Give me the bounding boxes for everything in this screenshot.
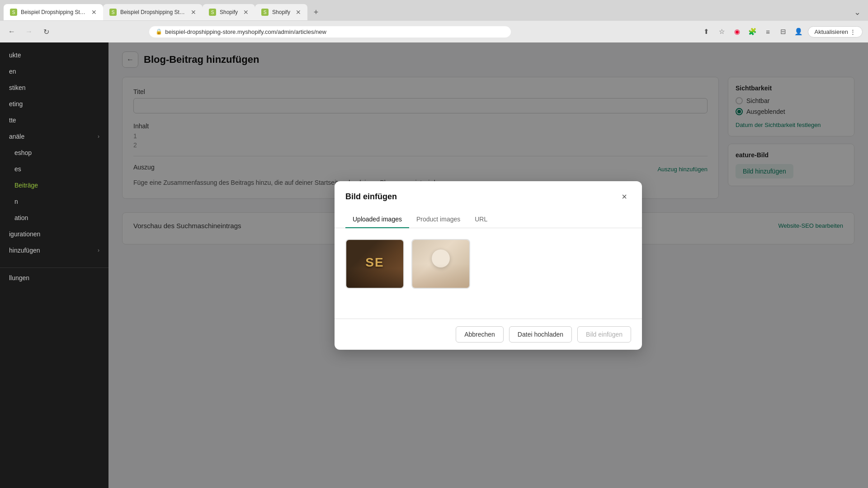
upload-button[interactable]: Datei hochladen bbox=[509, 326, 572, 343]
tab-close-1[interactable]: ✕ bbox=[91, 9, 97, 16]
tab-favicon-2: S bbox=[109, 9, 117, 16]
address-text: beispiel-dropshipping-store.myshopify.co… bbox=[165, 28, 326, 35]
main-content: ← Blog-Beitrag hinzufügen Titel Inhalt 1… bbox=[108, 42, 868, 488]
sidebar-label-kanaele: anäle bbox=[9, 133, 24, 140]
sidebar-item-marketing[interactable]: eting bbox=[0, 96, 108, 112]
sidebar-label-onlineshop: eshop bbox=[14, 149, 32, 156]
browser-chrome: S Beispiel Dropshipping Store · E... ✕ S… bbox=[0, 0, 868, 42]
nav-back-button[interactable]: ← bbox=[5, 25, 18, 38]
modal-overlay[interactable]: Bild einfügen × Uploaded images Product … bbox=[108, 42, 868, 488]
chevron-down-icon: › bbox=[98, 133, 99, 140]
new-tab-button[interactable]: + bbox=[309, 5, 323, 19]
tab-close-2[interactable]: ✕ bbox=[191, 9, 196, 16]
modal-tab-product[interactable]: Product images bbox=[409, 211, 467, 228]
sidebar-label-statistiken: stiken bbox=[9, 84, 26, 91]
modal-close-button[interactable]: × bbox=[618, 190, 631, 204]
browser-tabs-bar: S Beispiel Dropshipping Store · E... ✕ S… bbox=[0, 0, 868, 21]
sidebar-label-rabatte: tte bbox=[9, 117, 16, 124]
tab-3[interactable]: S Shopify ✕ bbox=[203, 4, 255, 20]
tab-close-3[interactable]: ✕ bbox=[243, 9, 249, 16]
sidebar-item-navigation[interactable]: n bbox=[0, 193, 108, 210]
tab-close-4[interactable]: ✕ bbox=[296, 9, 301, 16]
sidebar-label-einstellungen: llungen bbox=[9, 274, 29, 282]
modal-tab-uploaded-label: Uploaded images bbox=[353, 216, 402, 223]
sidebar-item-statistiken[interactable]: stiken bbox=[0, 80, 108, 96]
menu-icon[interactable]: ≡ bbox=[762, 25, 774, 38]
tab-label-2: Beispiel Dropshipping Store bbox=[120, 9, 185, 15]
sidebar-item-konfigurationen[interactable]: igurationen bbox=[0, 226, 108, 242]
sidebar-item-praeferenzen[interactable]: ation bbox=[0, 210, 108, 226]
tab-2[interactable]: S Beispiel Dropshipping Store ✕ bbox=[103, 4, 203, 20]
bookmark-icon[interactable]: ☆ bbox=[716, 25, 728, 38]
sidebar-item-bestellungen[interactable]: en bbox=[0, 63, 108, 80]
nav-forward-button[interactable]: → bbox=[23, 25, 35, 38]
insert-button[interactable]: Bild einfügen bbox=[577, 326, 631, 343]
browser-actions: ⬆ ☆ ◉ 🧩 ≡ ⊟ 👤 Aktualisieren ⋮ bbox=[700, 25, 863, 38]
image-thumb-2[interactable] bbox=[411, 239, 470, 289]
tab-favicon-1: S bbox=[10, 9, 17, 16]
sidebar-item-seiten[interactable]: es bbox=[0, 161, 108, 177]
tab-label-4: Shopify bbox=[272, 9, 290, 15]
sidebar-item-beitraege[interactable]: Beiträge bbox=[0, 177, 108, 193]
modal-header: Bild einfügen × bbox=[335, 181, 642, 204]
image-1 bbox=[346, 240, 403, 288]
sidebar-label-marketing: eting bbox=[9, 100, 23, 108]
tab-label-1: Beispiel Dropshipping Store · E... bbox=[21, 9, 86, 15]
split-icon[interactable]: ⊟ bbox=[777, 25, 790, 38]
nav-refresh-button[interactable]: ↻ bbox=[40, 25, 52, 38]
aktualisieren-button[interactable]: Aktualisieren ⋮ bbox=[808, 26, 863, 38]
aktualisieren-dots: ⋮ bbox=[850, 28, 856, 35]
image-2 bbox=[412, 240, 469, 288]
sidebar: ukte en stiken eting tte anäle › eshop e… bbox=[0, 42, 108, 488]
sidebar-einstellungen[interactable]: llungen bbox=[0, 267, 108, 286]
tab-favicon-4: S bbox=[261, 9, 269, 16]
address-bar-row: ← → ↻ 🔒 beispiel-dropshipping-store.mysh… bbox=[0, 21, 868, 42]
modal-title: Bild einfügen bbox=[345, 192, 397, 202]
sidebar-label-seiten: es bbox=[14, 165, 21, 173]
sidebar-label-hinzufuegen: hinzufügen bbox=[9, 247, 40, 254]
tab-favicon-3: S bbox=[209, 9, 216, 16]
modal-tab-product-label: Product images bbox=[416, 216, 460, 223]
share-icon[interactable]: ⬆ bbox=[700, 25, 713, 38]
tab-1[interactable]: S Beispiel Dropshipping Store · E... ✕ bbox=[4, 4, 103, 20]
chevron-right-icon: › bbox=[98, 247, 99, 253]
sidebar-label-beitraege: Beiträge bbox=[14, 182, 38, 189]
sidebar-item-kanaele[interactable]: anäle › bbox=[0, 128, 108, 145]
address-bar[interactable]: 🔒 beispiel-dropshipping-store.myshopify.… bbox=[149, 26, 511, 38]
modal-body bbox=[335, 228, 642, 319]
sidebar-label-konfigurationen: igurationen bbox=[9, 230, 40, 238]
sidebar-item-hinzufuegen[interactable]: hinzufügen › bbox=[0, 242, 108, 258]
tab-4[interactable]: S Shopify ✕ bbox=[255, 4, 307, 20]
modal-tab-url[interactable]: URL bbox=[467, 211, 495, 228]
app-layout: ukte en stiken eting tte anäle › eshop e… bbox=[0, 42, 868, 488]
profile-icon[interactable]: 👤 bbox=[793, 25, 805, 38]
modal-dialog: Bild einfügen × Uploaded images Product … bbox=[335, 181, 642, 350]
aktualisieren-label: Aktualisieren bbox=[815, 28, 848, 35]
extensions-icon[interactable]: 🧩 bbox=[746, 25, 759, 38]
modal-tabs: Uploaded images Product images URL bbox=[335, 211, 642, 228]
image-thumb-1[interactable] bbox=[345, 239, 404, 289]
sidebar-item-onlineshop[interactable]: eshop bbox=[0, 145, 108, 161]
sidebar-item-produkte[interactable]: ukte bbox=[0, 47, 108, 63]
tab-label-3: Shopify bbox=[220, 9, 238, 15]
opera-icon[interactable]: ◉ bbox=[731, 25, 744, 38]
sidebar-label-produkte: ukte bbox=[9, 52, 21, 59]
lock-icon: 🔒 bbox=[156, 28, 162, 35]
modal-tab-uploaded[interactable]: Uploaded images bbox=[345, 211, 409, 228]
tabs-menu-button[interactable]: ⌄ bbox=[854, 7, 864, 17]
sidebar-label-praeferenzen: ation bbox=[14, 214, 28, 221]
modal-footer: Abbrechen Datei hochladen Bild einfügen bbox=[335, 319, 642, 350]
modal-tab-url-label: URL bbox=[475, 216, 487, 223]
sidebar-label-bestellungen: en bbox=[9, 68, 16, 75]
sidebar-label-navigation: n bbox=[14, 198, 18, 205]
sidebar-item-rabatte[interactable]: tte bbox=[0, 112, 108, 128]
cancel-button[interactable]: Abbrechen bbox=[456, 326, 504, 343]
